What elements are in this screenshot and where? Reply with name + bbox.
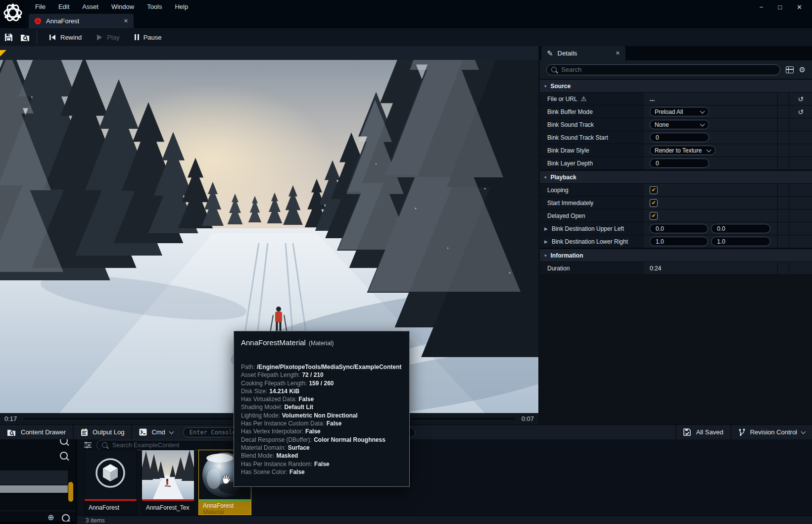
reset-to-default-icon[interactable]: ↺ <box>789 93 812 105</box>
section-information[interactable]: ▾ Information <box>540 248 812 262</box>
titlebar: File Edit Asset Window Tools Help − □ ✕ <box>0 0 812 14</box>
row-bink-layer-depth: Bink Layer Depth <box>540 157 812 170</box>
row-bink-sound-track: Bink Sound Track None <box>540 118 812 131</box>
source-list-item-selected[interactable] <box>0 485 68 493</box>
section-source[interactable]: ▾ Source <box>540 79 812 93</box>
asset-count-footer: 3 items <box>77 516 812 524</box>
details-tab-label: Details <box>558 50 577 57</box>
menu-help[interactable]: Help <box>168 0 194 14</box>
search-icon[interactable] <box>60 452 68 460</box>
output-log-icon <box>81 428 88 436</box>
rewind-icon <box>49 34 56 41</box>
asset-name: AnnaForest Material <box>199 501 251 515</box>
cell-spacer <box>777 197 789 209</box>
cell-spacer <box>777 222 789 235</box>
content-drawer-button[interactable]: Content Drawer <box>0 425 73 439</box>
asset-tile-annaforest-tex[interactable]: AnnaForest_Tex <box>142 450 194 515</box>
section-playback[interactable]: ▾ Playback <box>540 170 812 184</box>
window-controls: − □ ✕ <box>760 3 802 11</box>
cell-spacer <box>777 105 789 118</box>
chevron-down-icon <box>700 108 705 113</box>
filter-icon[interactable] <box>84 442 92 448</box>
cell-blank <box>789 131 812 144</box>
tab-annaforest[interactable]: AnnaForest ✕ <box>29 14 134 28</box>
details-tab-close-icon[interactable]: ✕ <box>616 50 620 56</box>
sound-track-dropdown[interactable]: None <box>650 120 709 129</box>
draw-style-dropdown[interactable]: Render to Texture <box>650 146 716 155</box>
add-source-icon[interactable]: ⊕ <box>48 514 54 522</box>
section-source-title: Source <box>551 83 571 90</box>
menu-window[interactable]: Window <box>105 0 141 14</box>
minimize-button[interactable]: − <box>760 3 764 11</box>
expand-icon[interactable]: ▶ <box>544 239 548 244</box>
revision-control-label: Revision Control <box>750 428 797 436</box>
browse-to-asset-button[interactable] <box>17 28 34 46</box>
revision-control-button[interactable]: Revision Control <box>731 425 812 439</box>
expand-icon[interactable]: ▶ <box>544 226 548 231</box>
details-tab-bar: ✎ Details ✕ <box>540 46 812 60</box>
collapse-icon: ▾ <box>544 84 547 89</box>
reset-to-default-icon[interactable]: ↺ <box>789 105 812 118</box>
tab-details[interactable]: ✎ Details ✕ <box>541 46 625 60</box>
play-button[interactable]: Play <box>89 28 127 46</box>
display-options-icon[interactable] <box>786 66 794 73</box>
settings-gear-icon[interactable]: ⚙ <box>799 66 806 73</box>
asset-browser-area: AnnaForest <box>77 439 812 524</box>
details-search-box[interactable] <box>546 64 780 75</box>
search-icon <box>102 442 107 448</box>
save-button[interactable] <box>0 28 17 46</box>
source-list-item[interactable] <box>0 471 68 485</box>
start-immediately-checkbox[interactable]: ✔ <box>650 199 658 207</box>
tab-close-icon[interactable]: ✕ <box>124 18 128 24</box>
cell-spacer <box>777 93 789 105</box>
chevron-down-icon <box>700 121 705 126</box>
panel-bottom-strip <box>0 522 76 524</box>
asset-name: AnnaForest <box>85 501 137 515</box>
pause-button[interactable]: Pause <box>127 28 169 46</box>
menu-file[interactable]: File <box>29 0 52 14</box>
dest-upper-left-y-input[interactable] <box>716 225 765 233</box>
maximize-button[interactable]: □ <box>778 3 782 11</box>
looping-checkbox[interactable]: ✔ <box>650 186 658 194</box>
warning-icon: ⚠ <box>581 95 587 103</box>
row-bink-sound-track-start: Bink Sound Track Start <box>540 131 812 144</box>
dest-lower-right-y-input[interactable] <box>716 238 765 246</box>
menu-tools[interactable]: Tools <box>141 0 168 14</box>
sound-track-start-input[interactable] <box>655 134 704 142</box>
asset-name: AnnaForest_Tex <box>142 501 194 515</box>
all-saved-button[interactable]: All Saved <box>676 425 730 439</box>
details-search-input[interactable] <box>560 65 775 74</box>
cell-blank <box>789 235 812 248</box>
output-log-button[interactable]: Output Log <box>74 425 131 439</box>
close-button[interactable]: ✕ <box>797 3 802 11</box>
menu-asset[interactable]: Asset <box>76 0 105 14</box>
save-status-icon <box>683 428 692 436</box>
cell-blank <box>789 197 812 209</box>
delayed-open-checkbox[interactable]: ✔ <box>650 212 658 220</box>
search-icon[interactable] <box>62 514 70 522</box>
menu-bar: File Edit Asset Window Tools Help <box>29 0 194 14</box>
file-or-url-browse-button[interactable]: ... <box>650 96 655 103</box>
looping-label: Looping <box>547 187 569 194</box>
content-sources-panel: ⊕ <box>0 439 77 524</box>
pause-icon <box>135 34 139 40</box>
asset-tile-annaforest-bink[interactable]: AnnaForest <box>84 450 137 515</box>
details-panel: ✎ Details ✕ ⚙ ▾ Source File or URL ⚠ ...… <box>540 46 812 424</box>
scrollbar-thumb[interactable] <box>68 482 73 502</box>
cell-blank <box>789 144 812 157</box>
buffer-mode-dropdown[interactable]: Preload All <box>650 107 709 116</box>
application-window: File Edit Asset Window Tools Help − □ ✕ <box>0 0 812 524</box>
asset-thumbnail <box>85 450 137 499</box>
search-icon[interactable] <box>60 439 68 445</box>
dest-lower-right-x-input[interactable] <box>655 238 703 246</box>
cell-blank <box>789 157 812 169</box>
asset-toolbar: Rewind Play Pause <box>0 28 812 47</box>
layer-depth-input[interactable] <box>655 159 704 167</box>
cmd-dropdown[interactable]: Cmd <box>132 425 180 439</box>
rewind-button[interactable]: Rewind <box>42 28 89 46</box>
row-bink-destination-lower-right: ▶ Bink Destination Lower Right <box>540 235 812 248</box>
menu-edit[interactable]: Edit <box>52 0 76 14</box>
content-drawer-icon <box>7 428 16 436</box>
chevron-down-icon <box>801 429 806 434</box>
dest-upper-left-x-input[interactable] <box>655 225 703 233</box>
